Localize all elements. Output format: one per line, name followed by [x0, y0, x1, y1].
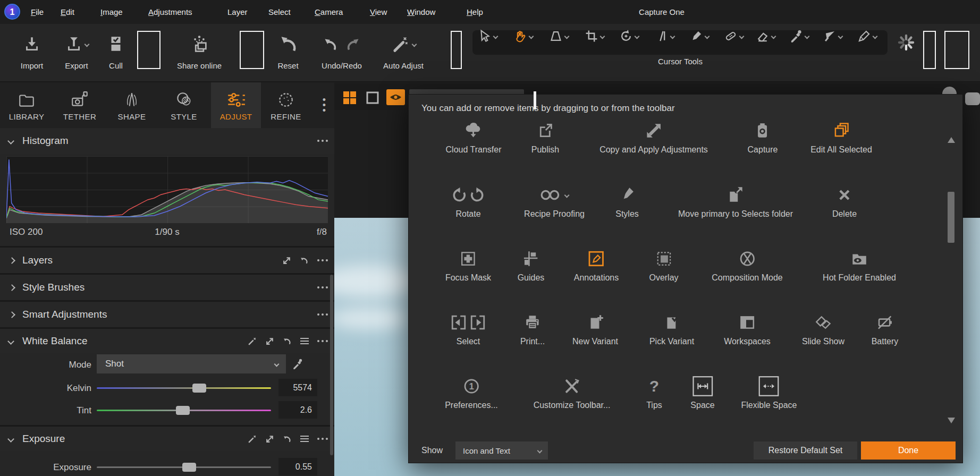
- menu-camera[interactable]: Camera: [311, 0, 346, 24]
- proof-view-button[interactable]: [386, 89, 405, 105]
- dialog-item-preferences[interactable]: 1 Preferences...: [445, 375, 498, 410]
- expand-icon[interactable]: [265, 337, 274, 346]
- reset-panel-icon[interactable]: [300, 256, 309, 265]
- menu-layer[interactable]: Layer: [224, 0, 251, 24]
- undo-icon[interactable]: [321, 35, 339, 53]
- collapse-chevron-icon[interactable]: [7, 338, 14, 345]
- redo-icon[interactable]: [344, 35, 362, 53]
- histogram-panel-header[interactable]: Histogram: [0, 128, 334, 154]
- heal-tool[interactable]: [724, 29, 744, 43]
- dialog-item-focus-mask[interactable]: Focus Mask: [445, 248, 491, 283]
- dialog-item-space[interactable]: Space: [690, 375, 714, 410]
- dialog-item-composition-mode[interactable]: Composition Mode: [712, 248, 782, 283]
- crop-tool[interactable]: [585, 29, 604, 43]
- layers-panel-header[interactable]: Layers: [0, 248, 334, 273]
- dialog-item-print[interactable]: Print...: [520, 311, 545, 346]
- menu-file[interactable]: File: [28, 0, 47, 24]
- pan-hand-tool[interactable]: [513, 29, 533, 43]
- dialog-item-move-primary-to-selects[interactable]: Move primary to Selects folder: [678, 184, 793, 219]
- color-picker-tool[interactable]: [789, 29, 809, 43]
- dialog-item-new-variant[interactable]: New Variant: [572, 311, 618, 346]
- done-button[interactable]: Done: [861, 441, 956, 460]
- undo-redo-button[interactable]: Undo/Redo: [317, 29, 366, 70]
- style-brushes-menu-icon[interactable]: [317, 286, 328, 288]
- zoom-slider-track[interactable]: [965, 92, 980, 105]
- menu-view[interactable]: View: [367, 0, 390, 24]
- toolbar-space-placeholder[interactable]: [240, 31, 264, 69]
- auto-wand-icon[interactable]: [248, 337, 257, 346]
- toolbar-space-placeholder[interactable]: [923, 31, 936, 69]
- dialog-scroll-down-icon[interactable]: [948, 418, 955, 423]
- dialog-item-guides[interactable]: Guides: [518, 248, 545, 283]
- white-balance-panel-header[interactable]: White Balance: [0, 329, 334, 353]
- dialog-scroll-up-icon[interactable]: [948, 137, 955, 143]
- tab-tether[interactable]: TETHER: [55, 82, 105, 128]
- dialog-item-delete[interactable]: Delete: [832, 184, 857, 219]
- presets-menu-icon[interactable]: [300, 336, 309, 346]
- pointer-tool[interactable]: [478, 29, 497, 43]
- recipe-proofing-chevron-icon[interactable]: [564, 192, 570, 198]
- collapsed-chevron-icon[interactable]: [9, 284, 15, 291]
- exposure-value[interactable]: 0.55: [278, 458, 317, 475]
- auto-adjust-chevron-icon[interactable]: [412, 41, 417, 47]
- auto-adjust-button[interactable]: Auto Adjust: [379, 29, 428, 70]
- wb-picker-eyedropper-icon[interactable]: [292, 358, 303, 370]
- exposure-slider[interactable]: [97, 466, 271, 468]
- dialog-item-capture[interactable]: Capture: [748, 120, 778, 155]
- share-online-button[interactable]: Share online: [175, 29, 224, 70]
- dialog-item-flexible-space[interactable]: Flexible Space: [741, 375, 797, 410]
- menu-select[interactable]: Select: [265, 0, 294, 24]
- reset-button[interactable]: Reset: [264, 29, 312, 70]
- toolbar-flexible-space-placeholder[interactable]: [944, 31, 969, 69]
- tab-style[interactable]: STYLE: [159, 82, 209, 128]
- collapsed-chevron-icon[interactable]: [9, 257, 15, 264]
- collapse-chevron-icon[interactable]: [7, 436, 14, 443]
- toolbar-space-placeholder[interactable]: [137, 31, 160, 69]
- menu-image[interactable]: Image: [97, 0, 126, 24]
- show-mode-dropdown[interactable]: Icon and Text: [455, 441, 548, 460]
- style-brushes-panel-header[interactable]: Style Brushes: [0, 275, 334, 300]
- dialog-item-styles[interactable]: Styles: [615, 184, 639, 219]
- straighten-tool[interactable]: [655, 29, 674, 43]
- exposure-menu-icon[interactable]: [317, 438, 328, 440]
- collapse-chevron-icon[interactable]: [7, 138, 14, 144]
- presets-menu-icon[interactable]: [300, 434, 309, 444]
- dialog-item-annotations[interactable]: Annotations: [574, 248, 619, 283]
- dialog-item-publish[interactable]: Publish: [531, 120, 559, 155]
- exposure-slider-thumb[interactable]: [182, 463, 196, 472]
- kelvin-value[interactable]: 5574: [278, 379, 317, 396]
- pen-tool[interactable]: [857, 29, 877, 43]
- smart-adjustments-menu-icon[interactable]: [317, 313, 328, 316]
- tint-slider-thumb[interactable]: [176, 406, 190, 415]
- dialog-item-tips[interactable]: ? Tips: [646, 375, 662, 410]
- apply-adjustments-tool[interactable]: [823, 29, 842, 43]
- dialog-scrollbar-thumb[interactable]: [948, 192, 954, 243]
- cull-button[interactable]: Cull: [91, 29, 140, 70]
- grid-view-icon[interactable]: [342, 90, 357, 105]
- tint-slider[interactable]: [97, 410, 271, 411]
- import-button[interactable]: Import: [7, 29, 56, 70]
- layers-menu-icon[interactable]: [317, 259, 328, 261]
- menu-help[interactable]: Help: [463, 0, 486, 24]
- histogram-menu-icon[interactable]: [317, 140, 328, 142]
- kelvin-slider-thumb[interactable]: [192, 384, 206, 393]
- tint-value[interactable]: 2.6: [278, 401, 317, 419]
- expand-icon[interactable]: [282, 256, 291, 265]
- auto-wand-icon[interactable]: [248, 435, 257, 444]
- white-balance-menu-icon[interactable]: [317, 340, 328, 342]
- tab-adjust[interactable]: ADJUST: [211, 82, 261, 128]
- dialog-item-recipe-proofing[interactable]: Recipe Proofing: [524, 184, 585, 219]
- menu-adjustments[interactable]: Adjustments: [145, 0, 196, 24]
- export-chevron-icon[interactable]: [84, 41, 89, 47]
- erase-tool[interactable]: [756, 29, 775, 43]
- dialog-item-cloud-transfer[interactable]: Cloud Transfer: [446, 120, 502, 155]
- collapsed-chevron-icon[interactable]: [9, 311, 15, 318]
- dialog-item-select[interactable]: Select: [451, 311, 486, 346]
- toolbar-space-placeholder[interactable]: [451, 31, 462, 69]
- loupe-tool[interactable]: [549, 29, 569, 43]
- expand-icon[interactable]: [265, 435, 274, 444]
- dialog-item-rotate[interactable]: Rotate: [451, 184, 486, 219]
- dialog-item-pick-variant[interactable]: Pick Variant: [649, 311, 694, 346]
- smart-adjustments-panel-header[interactable]: Smart Adjustments: [0, 302, 334, 327]
- tab-refine[interactable]: REFINE: [261, 82, 311, 128]
